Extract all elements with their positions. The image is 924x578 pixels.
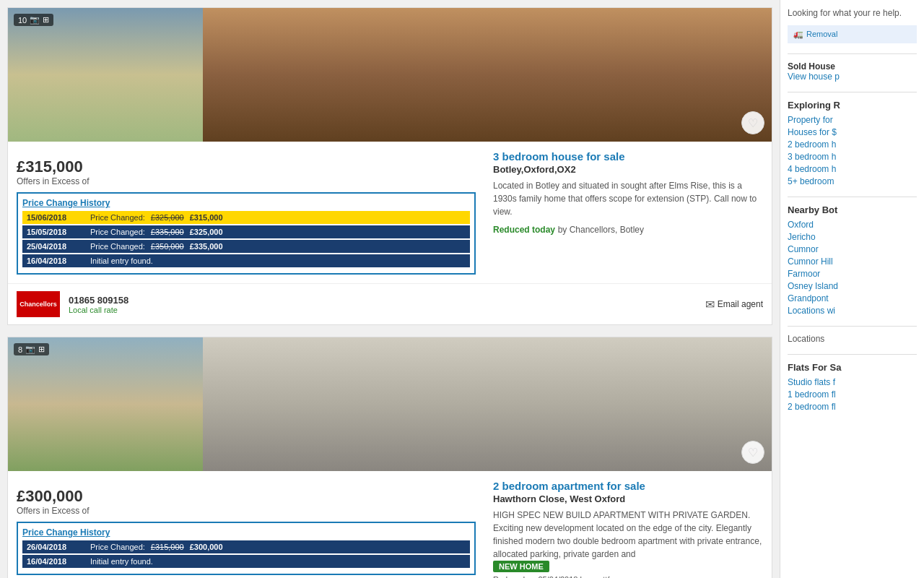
agent-call-label: Local call rate — [69, 306, 128, 314]
floorplan-icon: ⊞ — [43, 15, 49, 25]
exploring-section: Exploring R Property for Houses for $ 2 … — [788, 100, 917, 186]
photo-count: 8 📷 ⊞ — [14, 343, 49, 355]
listing-left-panel: £300,000 Offers in Excess of Price Chang… — [8, 471, 484, 578]
sold-section: Sold House View house p — [788, 61, 917, 82]
listing-right-panel: 3 bedroom house for sale Botley,Oxford,O… — [484, 142, 772, 283]
camera-icon: 📷 — [30, 15, 40, 25]
agent-logo: Chancellors — [17, 291, 60, 317]
view-house-link[interactable]: View house p — [788, 72, 917, 82]
camera-icon: 📷 — [25, 345, 35, 354]
price-history: Price Change History 15/06/2018Price Cha… — [17, 192, 476, 275]
email-label: Email agent — [718, 299, 763, 309]
listing-right-panel: 2 bedroom apartment for sale Hawthorn Cl… — [484, 471, 772, 578]
nearby-section: Nearby Bot OxfordJerichoCumnorCumnor Hil… — [788, 204, 917, 316]
listing-address: Botley,Oxford,OX2 — [493, 164, 763, 175]
price-history-row: 16/04/2018Initial entry found. — [22, 555, 470, 568]
nearby-location-link[interactable]: Oxford — [788, 220, 917, 230]
price-history-row: 15/06/2018Price Changed: £325,000 £315,0… — [22, 211, 470, 224]
listing-secondary-image — [203, 8, 772, 142]
locations-label: Locations — [788, 334, 917, 344]
flats-heading: Flats For Sa — [788, 362, 917, 373]
divider-3 — [788, 197, 917, 197]
bedroom-link[interactable]: 4 bedroom h — [788, 164, 917, 174]
agent-section: Chancellors 01865 809158 Local call rate… — [8, 283, 772, 324]
listing-price-label: Offers in Excess of — [17, 506, 476, 516]
reduced-by: by Chancellors, Botley — [558, 225, 644, 235]
listing-secondary-image — [203, 337, 772, 471]
listing-price-label: Offers in Excess of — [17, 176, 476, 186]
price-history-row: 15/05/2018Price Changed: £335,000 £325,0… — [22, 225, 470, 238]
exploring-heading: Exploring R — [788, 100, 917, 111]
nearby-location-link[interactable]: Cumnor — [788, 244, 917, 254]
flats-link[interactable]: 2 bedroom fl — [788, 402, 917, 412]
reduced-on: Reduced on 25/04/2018 by scottfraser — [493, 575, 763, 578]
price-history: Price Change History 26/04/2018Price Cha… — [17, 522, 476, 575]
photo-count: 10 📷 ⊞ — [14, 14, 53, 26]
main-content: 10 📷 ⊞ ♡ £315,000 Offers in Excess of Pr… — [0, 0, 780, 578]
flats-link[interactable]: Studio flats f — [788, 377, 917, 387]
sidebar: Looking for what your re help. 🚛 Removal… — [780, 0, 924, 578]
truck-icon: 🚛 — [793, 30, 803, 39]
sold-heading: Sold House — [788, 61, 917, 72]
favourite-button[interactable]: ♡ — [741, 111, 764, 134]
listing-images: 8 📷 ⊞ ♡ — [8, 337, 772, 471]
houses-for-link[interactable]: Houses for $ — [788, 127, 917, 137]
count-number: 10 — [18, 16, 27, 25]
property-for-link[interactable]: Property for — [788, 115, 917, 125]
listing-card: 10 📷 ⊞ ♡ £315,000 Offers in Excess of Pr… — [7, 7, 772, 325]
sidebar-intro-section: Looking for what your re help. 🚛 Removal — [788, 7, 917, 43]
listing-card: 8 📷 ⊞ ♡ £300,000 Offers in Excess of Pri… — [7, 337, 772, 578]
nearby-location-link[interactable]: Jericho — [788, 232, 917, 242]
price-history-row: 16/04/2018Initial entry found. — [22, 254, 470, 267]
listing-main-image — [8, 8, 203, 142]
price-history-title: Price Change History — [22, 527, 470, 538]
listing-title: 2 bedroom apartment for sale — [493, 480, 763, 492]
price-history-row: 25/04/2018Price Changed: £350,000 £335,0… — [22, 240, 470, 253]
listing-address: Hawthorn Close, West Oxford — [493, 493, 763, 504]
sidebar-intro-text: Looking for what your re help. — [788, 7, 917, 20]
divider-5 — [788, 354, 917, 355]
agent-contact: 01865 809158 Local call rate — [69, 295, 128, 314]
heart-icon: ♡ — [748, 446, 758, 460]
divider-2 — [788, 92, 917, 92]
email-agent-button[interactable]: ✉ Email agent — [705, 298, 763, 311]
listing-title: 3 bedroom house for sale — [493, 150, 763, 163]
floorplan-icon: ⊞ — [38, 345, 45, 354]
bedroom-link[interactable]: 3 bedroom h — [788, 152, 917, 162]
count-number: 8 — [18, 345, 22, 354]
listing-body: £315,000 Offers in Excess of Price Chang… — [8, 142, 772, 283]
listing-description: Located in Botley and situated in sought… — [493, 179, 763, 218]
new-home-badge: NEW HOME — [493, 561, 549, 572]
nearby-location-link[interactable]: Grandpont — [788, 293, 917, 303]
nearby-location-link[interactable]: Osney Island — [788, 281, 917, 291]
price-history-row: 26/04/2018Price Changed: £315,000 £300,0… — [22, 540, 470, 553]
agent-phone: 01865 809158 — [69, 295, 128, 306]
locations-section: Locations — [788, 334, 917, 344]
favourite-button[interactable]: ♡ — [741, 441, 764, 464]
listing-body: £300,000 Offers in Excess of Price Chang… — [8, 471, 772, 578]
listing-price: £315,000 — [17, 158, 476, 176]
nearby-location-link[interactable]: Farmoor — [788, 269, 917, 279]
divider-1 — [788, 53, 917, 54]
sidebar-removal-btn[interactable]: 🚛 Removal — [788, 25, 917, 43]
nearby-heading: Nearby Bot — [788, 204, 917, 215]
heart-icon: ♡ — [748, 116, 758, 130]
email-icon: ✉ — [705, 298, 715, 311]
flats-section: Flats For Sa Studio flats f1 bedroom fl2… — [788, 362, 917, 412]
flats-link[interactable]: 1 bedroom fl — [788, 389, 917, 400]
nearby-location-link[interactable]: Cumnor Hill — [788, 256, 917, 267]
listing-description: HIGH SPEC NEW BUILD APARTMENT WITH PRIVA… — [493, 509, 763, 561]
bedroom-link[interactable]: 5+ bedroom — [788, 176, 917, 186]
listing-main-image — [8, 337, 203, 471]
divider-4 — [788, 326, 917, 327]
reduced-badge: Reduced today by Chancellors, Botley — [493, 224, 763, 235]
reduced-text: Reduced today — [493, 225, 555, 235]
price-history-title: Price Change History — [22, 198, 470, 208]
bedroom-link[interactable]: 2 bedroom h — [788, 139, 917, 150]
listing-left-panel: £315,000 Offers in Excess of Price Chang… — [8, 142, 484, 283]
listing-images: 10 📷 ⊞ ♡ — [8, 8, 772, 142]
listing-price: £300,000 — [17, 487, 476, 506]
nearby-location-link[interactable]: Locations wi — [788, 306, 917, 316]
